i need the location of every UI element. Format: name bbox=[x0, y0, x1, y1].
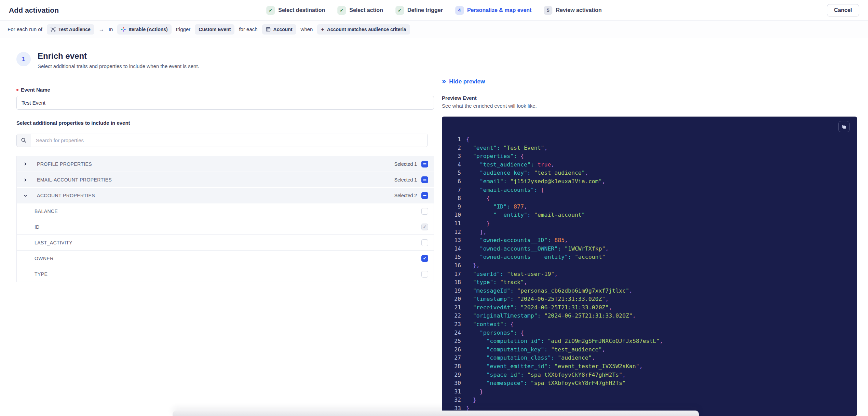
property-label: TYPE bbox=[35, 271, 48, 277]
code-line: 12 ], bbox=[449, 228, 854, 237]
code-line: 10 "__entity": "email-account" bbox=[449, 211, 854, 219]
code-line: 14 "owned-accounts__OWNER": "1WCWrTXfkp"… bbox=[449, 245, 854, 253]
line-number: 15 bbox=[449, 253, 461, 261]
code-line: 3 "properties": { bbox=[449, 152, 854, 161]
property-row-id[interactable]: ID✓ bbox=[17, 219, 434, 234]
property-row-owner[interactable]: OWNER✓ bbox=[17, 250, 434, 266]
cancel-button[interactable]: Cancel bbox=[827, 4, 859, 16]
code-line: 1{ bbox=[449, 135, 854, 144]
line-number: 26 bbox=[449, 346, 461, 354]
selected-count: Selected 1 bbox=[394, 161, 417, 167]
property-row-last-activity[interactable]: LAST_ACTIVITY bbox=[17, 234, 434, 250]
line-number: 19 bbox=[449, 287, 461, 295]
step-review-activation[interactable]: 5Review activation bbox=[544, 6, 601, 15]
code-line: 24 "personas": { bbox=[449, 329, 854, 337]
copy-button[interactable] bbox=[838, 121, 850, 132]
required-dot-icon bbox=[16, 89, 18, 91]
group-header-email-account-properties[interactable]: EMAIL-ACCOUNT PROPERTIESSelected 1 bbox=[17, 172, 434, 187]
property-search bbox=[16, 134, 428, 147]
line-number: 9 bbox=[449, 203, 461, 211]
line-number: 8 bbox=[449, 194, 461, 203]
step-select-destination[interactable]: ✓Select destination bbox=[266, 6, 325, 15]
chevron-right-icon bbox=[23, 177, 28, 182]
step-check-icon: ✓ bbox=[337, 6, 346, 15]
code-line: 31 } bbox=[449, 388, 854, 396]
line-number: 28 bbox=[449, 362, 461, 371]
chip-custom-event[interactable]: Custom Event bbox=[195, 24, 234, 35]
line-number: 13 bbox=[449, 236, 461, 245]
summary-text: for each bbox=[239, 26, 257, 32]
code-line: 30 "namespace": "spa_tXXbfoyvCkY8rF47ghH… bbox=[449, 379, 854, 388]
property-checkbox[interactable] bbox=[421, 239, 428, 246]
line-number: 1 bbox=[449, 135, 461, 144]
enrich-event-section: 1 Enrich event Select additional traits … bbox=[16, 51, 434, 282]
code-line: 22 "originalTimestamp": "2024-06-25T21:3… bbox=[449, 312, 854, 320]
line-number: 6 bbox=[449, 177, 461, 186]
arrow-right-icon: → bbox=[99, 26, 104, 32]
main-content: 1 Enrich event Select additional traits … bbox=[0, 38, 868, 416]
group-label: PROFILE PROPERTIES bbox=[37, 161, 92, 167]
property-checkbox[interactable]: ✓ bbox=[421, 255, 428, 262]
group-checkbox[interactable] bbox=[421, 176, 428, 183]
code-line: 18 "type": "track", bbox=[449, 278, 854, 287]
chip-test-audience[interactable]: Test Audience bbox=[47, 24, 94, 35]
selected-count: Selected 2 bbox=[394, 193, 417, 198]
line-number: 24 bbox=[449, 329, 461, 337]
line-number: 20 bbox=[449, 295, 461, 304]
line-number: 31 bbox=[449, 388, 461, 396]
plus-icon: + bbox=[321, 27, 324, 32]
step-personalize-map-event[interactable]: 4Personalize & map event bbox=[455, 6, 532, 15]
summary-text: For each run of bbox=[8, 26, 42, 32]
page-title: Add activation bbox=[9, 6, 59, 14]
section-title: Enrich event bbox=[38, 51, 199, 61]
line-number: 10 bbox=[449, 211, 461, 219]
line-number: 12 bbox=[449, 228, 461, 237]
section-subtitle: Select additional traits and properties … bbox=[38, 63, 199, 69]
double-chevron-right-icon: » bbox=[442, 78, 446, 85]
step-label: Define trigger bbox=[407, 7, 443, 13]
property-checkbox[interactable] bbox=[421, 208, 428, 215]
line-number: 3 bbox=[449, 152, 461, 161]
event-name-input[interactable] bbox=[16, 96, 434, 110]
enrich-event-header: 1 Enrich event Select additional traits … bbox=[16, 51, 434, 69]
property-label: BALANCE bbox=[35, 209, 58, 214]
line-number: 11 bbox=[449, 219, 461, 228]
add-activation-page: Add activation ✓Select destination✓Selec… bbox=[0, 0, 868, 416]
step-define-trigger[interactable]: ✓Define trigger bbox=[395, 6, 443, 15]
chip-label: Account matches audience criteria bbox=[327, 27, 406, 32]
property-row-type[interactable]: TYPE bbox=[17, 266, 434, 282]
preview-panel: » Hide preview Preview Event See what th… bbox=[442, 51, 857, 416]
step-select-action[interactable]: ✓Select action bbox=[337, 6, 383, 15]
group-checkbox[interactable] bbox=[421, 192, 428, 199]
property-label: OWNER bbox=[35, 256, 54, 261]
code-lines: 1{2 "event": "Test Event",3 "properties"… bbox=[449, 135, 854, 413]
line-number: 14 bbox=[449, 245, 461, 253]
property-search-input[interactable] bbox=[31, 134, 428, 147]
summary-text: trigger bbox=[176, 26, 191, 32]
iterable-logo-icon bbox=[121, 27, 126, 32]
code-line: 27 "computation_class": "audience", bbox=[449, 354, 854, 362]
hide-preview-link[interactable]: » Hide preview bbox=[442, 78, 485, 85]
property-row-balance[interactable]: BALANCE bbox=[17, 203, 434, 219]
app-header: Add activation ✓Select destination✓Selec… bbox=[0, 0, 868, 21]
line-number: 17 bbox=[449, 270, 461, 279]
code-line: 15 "owned-accounts____entity": "account" bbox=[449, 253, 854, 261]
code-line: 20 "timestamp": "2024-06-25T21:31:33.020… bbox=[449, 295, 854, 304]
group-header-profile-properties[interactable]: PROFILE PROPERTIESSelected 1 bbox=[17, 156, 434, 172]
group-header-account-properties[interactable]: ACCOUNT PROPERTIESSelected 2 bbox=[17, 187, 434, 203]
preview-title: Preview Event bbox=[442, 95, 857, 101]
line-number: 25 bbox=[449, 337, 461, 346]
chip-iterable-actions[interactable]: Iterable (Actions) bbox=[117, 24, 171, 35]
group-checkbox[interactable] bbox=[421, 161, 428, 167]
chip-account-matches-audience-criteria[interactable]: +Account matches audience criteria bbox=[317, 24, 410, 35]
chip-label: Test Audience bbox=[58, 27, 91, 32]
code-line: 19 "messageId": "personas_cb6zdbo6im9g7x… bbox=[449, 287, 854, 295]
property-checkbox: ✓ bbox=[421, 224, 428, 230]
preview-subtitle: See what the enriched event will look li… bbox=[442, 103, 857, 109]
property-checkbox[interactable] bbox=[421, 271, 428, 278]
line-number: 7 bbox=[449, 186, 461, 194]
code-line: 23 "context": { bbox=[449, 320, 854, 329]
chip-account[interactable]: Account bbox=[262, 24, 296, 35]
trigger-summary-bar: For each run ofTest Audience→InIterable … bbox=[0, 21, 868, 38]
line-number: 18 bbox=[449, 278, 461, 287]
